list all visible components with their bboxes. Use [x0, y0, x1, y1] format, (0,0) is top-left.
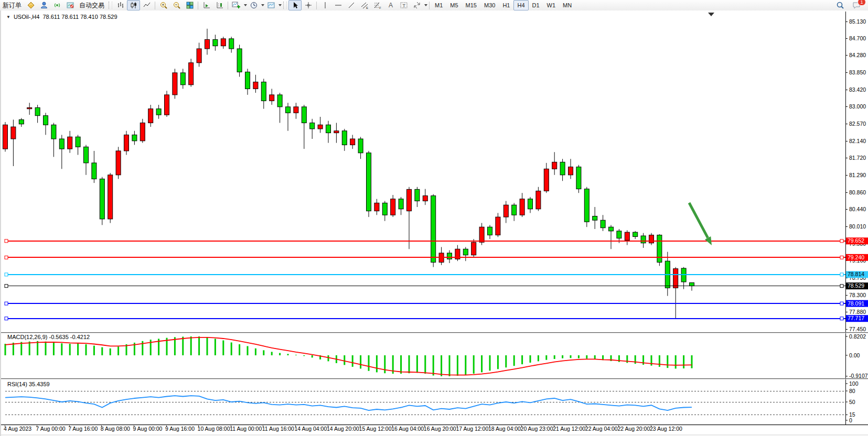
horizontal-price-lines[interactable] — [5, 239, 845, 320]
market-diamond-icon[interactable] — [24, 0, 37, 10]
crosshair-icon[interactable] — [302, 0, 315, 10]
arrows-caret-icon[interactable] — [424, 4, 427, 6]
zoom-out-icon[interactable] — [170, 0, 183, 10]
svg-text:83.000: 83.000 — [849, 103, 866, 110]
arrows-tool-icon[interactable] — [410, 0, 423, 10]
periods-clock-icon[interactable] — [247, 0, 260, 10]
zoom-in-icon[interactable] — [157, 0, 170, 10]
chart-title: ▼ USOil-,H4 78.611 78.611 78.410 78.529 — [6, 14, 117, 20]
fibonacci-tool-icon[interactable]: F — [371, 0, 384, 10]
svg-text:50: 50 — [849, 399, 855, 405]
toolbar-separator — [198, 2, 198, 9]
autotrade-icon[interactable] — [63, 0, 77, 10]
svg-text:18 Aug 04:00: 18 Aug 04:00 — [488, 426, 521, 432]
svg-text:14 Aug 04:00: 14 Aug 04:00 — [294, 426, 327, 432]
svg-text:0: 0 — [849, 417, 852, 423]
chat-icon[interactable]: 1 — [850, 0, 863, 10]
svg-text:F: F — [379, 6, 381, 9]
chart-shift-icon[interactable] — [213, 0, 226, 10]
auto-scroll-icon[interactable] — [200, 0, 213, 10]
price-axis[interactable]: 85.13084.70084.28083.85083.42083.00082.5… — [845, 12, 866, 424]
svg-text:A: A — [389, 2, 393, 9]
svg-text:81.720: 81.720 — [849, 155, 866, 161]
svg-text:10 Aug 08:00: 10 Aug 08:00 — [198, 426, 230, 432]
cursor-icon[interactable] — [288, 0, 302, 10]
timeframe-D1[interactable]: D1 — [529, 0, 543, 10]
toolbar-separator — [316, 2, 317, 9]
time-axis[interactable]: 4 Aug 20237 Aug 00:007 Aug 16:008 Aug 08… — [4, 424, 682, 432]
svg-text:78.814: 78.814 — [848, 271, 864, 277]
svg-text:84.280: 84.280 — [849, 52, 866, 58]
svg-text:16 Aug 20:00: 16 Aug 20:00 — [424, 426, 456, 432]
svg-text:9 Aug 00:00: 9 Aug 00:00 — [133, 426, 162, 432]
timeframe-M15[interactable]: M15 — [462, 0, 480, 10]
template-caret-icon[interactable] — [278, 4, 282, 6]
svg-text:79.240: 79.240 — [848, 254, 864, 260]
annotations-layer[interactable] — [689, 13, 714, 245]
svg-text:77.880: 77.880 — [849, 309, 866, 315]
new-order-button[interactable]: 新订单 — [0, 0, 24, 10]
svg-text:20 Aug 23:00: 20 Aug 23:00 — [521, 426, 553, 432]
svg-text:16 Aug 04:00: 16 Aug 04:00 — [391, 426, 424, 432]
svg-text:15 Aug 12:00: 15 Aug 12:00 — [359, 426, 392, 432]
svg-text:9 Aug 16:00: 9 Aug 16:00 — [165, 426, 195, 432]
candles-layer — [3, 29, 694, 319]
svg-text:17 Aug 12:00: 17 Aug 12:00 — [456, 426, 488, 432]
timeframe-MN[interactable]: MN — [559, 0, 575, 10]
user-icon[interactable] — [37, 0, 50, 10]
svg-text:80.010: 80.010 — [849, 223, 866, 230]
timeframe-H1[interactable]: H1 — [499, 0, 513, 10]
timeframe-M5[interactable]: M5 — [446, 0, 462, 10]
horizontal-line-tool-icon[interactable] — [331, 0, 345, 10]
channel-tool-icon[interactable]: E — [358, 0, 371, 10]
svg-text:-0.9107: -0.9107 — [849, 373, 868, 379]
macd-label: MACD(12,26,9) -0.5635 -0.4212 — [7, 334, 90, 340]
svg-text:100: 100 — [849, 380, 859, 387]
svg-text:22 Aug 04:00: 22 Aug 04:00 — [585, 426, 618, 432]
svg-text:83.420: 83.420 — [849, 86, 866, 93]
add-indicator-icon[interactable] — [230, 0, 243, 10]
toolbar-right-group: 1 — [833, 0, 868, 10]
tile-windows-icon[interactable] — [183, 0, 196, 10]
chart-window[interactable]: 85.13084.70084.28083.85083.42083.00082.5… — [0, 10, 868, 436]
toolbar-grip — [283, 2, 287, 9]
template-icon[interactable] — [264, 0, 277, 10]
chart-canvas[interactable]: 85.13084.70084.28083.85083.42083.00082.5… — [1, 10, 868, 436]
search-icon[interactable] — [833, 0, 846, 10]
svg-text:7 Aug 00:00: 7 Aug 00:00 — [36, 426, 66, 432]
svg-text:7 Aug 16:00: 7 Aug 16:00 — [68, 426, 98, 432]
signal-icon[interactable] — [50, 0, 63, 10]
svg-text:4 Aug 2023: 4 Aug 2023 — [4, 426, 31, 432]
autotrade-button[interactable]: 自动交易 — [77, 0, 107, 10]
candlestick-chart-type-icon[interactable] — [127, 0, 140, 10]
timeframe-H4[interactable]: H4 — [513, 0, 528, 10]
svg-text:78.300: 78.300 — [849, 292, 866, 298]
timeframe-group: M1M5M15M30H1H4D1W1MN — [431, 0, 575, 10]
chart-dropdown-icon[interactable]: ▼ — [6, 15, 10, 19]
chart-symbol-period: USOil-,H4 — [14, 14, 40, 20]
bar-chart-type-icon[interactable] — [114, 0, 127, 10]
svg-text:14 Aug 20:00: 14 Aug 20:00 — [327, 426, 359, 432]
toolbar: 新订单 自动交易 — [0, 0, 868, 11]
svg-text:77.450: 77.450 — [849, 326, 866, 332]
svg-text:T: T — [402, 3, 405, 8]
vertical-line-tool-icon[interactable] — [318, 0, 331, 10]
toolbar-separator — [429, 2, 430, 9]
timeframe-M1[interactable]: M1 — [431, 0, 446, 10]
svg-text:82.140: 82.140 — [849, 138, 866, 144]
svg-text:78.091: 78.091 — [848, 300, 864, 307]
chart-ohlc-values: 78.611 78.611 78.410 78.529 — [42, 14, 117, 20]
trendline-tool-icon[interactable] — [345, 0, 358, 10]
line-chart-type-icon[interactable] — [140, 0, 153, 10]
svg-text:83.850: 83.850 — [849, 69, 866, 75]
svg-text:81.290: 81.290 — [849, 172, 866, 178]
svg-text:79.652: 79.652 — [848, 237, 864, 244]
timeframe-M30[interactable]: M30 — [480, 0, 499, 10]
svg-text:8 Aug 08:00: 8 Aug 08:00 — [101, 426, 130, 432]
timeframe-W1[interactable]: W1 — [543, 0, 560, 10]
pane-separators[interactable] — [1, 332, 868, 435]
text-tool-icon[interactable]: A — [384, 0, 397, 10]
text-label-tool-icon[interactable]: T — [397, 0, 410, 10]
svg-text:0.00: 0.00 — [849, 352, 860, 358]
macd-indicator: 0.82020.00-0.9107MACD(12,26,9) -0.5635 -… — [5, 333, 868, 379]
